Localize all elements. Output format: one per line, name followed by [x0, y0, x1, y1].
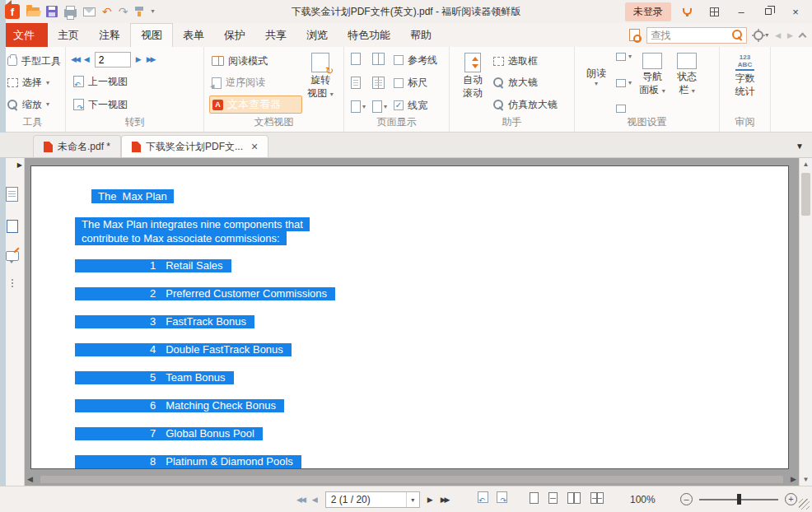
print-icon[interactable]: [64, 9, 77, 17]
save-icon[interactable]: [46, 6, 58, 17]
pages-panel-icon[interactable]: [7, 220, 18, 233]
ribbon-forward-button[interactable]: ▶: [787, 31, 793, 40]
scroll-right-icon[interactable]: ▶: [791, 476, 796, 483]
resize-grip[interactable]: [799, 499, 810, 510]
page-color-button[interactable]: ▾: [616, 53, 632, 61]
loupe-button[interactable]: 仿真放大镜: [491, 95, 560, 114]
tab-browse[interactable]: 浏览: [296, 23, 338, 47]
tab-share[interactable]: 共享: [255, 23, 296, 47]
panel-grip-handle[interactable]: [12, 279, 13, 281]
rulers-checkbox[interactable]: 标尺: [394, 75, 437, 91]
tab-help[interactable]: 帮助: [400, 23, 441, 47]
continuous-page-icon[interactable]: [548, 492, 558, 504]
continuous-facing-icon[interactable]: [590, 492, 604, 504]
auto-scroll-button[interactable]: 自动 滚动: [455, 50, 491, 115]
text-viewer-button[interactable]: 文本查看器: [209, 95, 302, 114]
vertical-scrollbar[interactable]: ▲ ▼: [799, 158, 812, 486]
read-aloud-button[interactable]: 朗读 ▾: [580, 50, 613, 115]
search-icon[interactable]: [732, 30, 743, 40]
select-button[interactable]: 选择 ▾: [5, 74, 63, 92]
theme-button[interactable]: [616, 105, 632, 113]
continuous-page-button[interactable]: [351, 77, 366, 89]
last-page-button[interactable]: ▶▶: [441, 496, 449, 504]
ribbon-back-button[interactable]: ◀: [775, 31, 781, 40]
facing-page-button[interactable]: [372, 53, 387, 65]
scroll-down-icon[interactable]: ▼: [800, 473, 812, 486]
search-document-icon[interactable]: [629, 29, 640, 41]
next-view-icon[interactable]: [497, 491, 507, 503]
settings-gear-button[interactable]: ▾: [754, 30, 768, 40]
zoom-slider[interactable]: [699, 493, 778, 505]
tab-protect[interactable]: 保护: [214, 23, 255, 47]
facing-page-icon[interactable]: [567, 492, 581, 504]
tab-form[interactable]: 表单: [173, 23, 214, 47]
customize-toolbar-caret-icon[interactable]: ▾: [151, 8, 154, 15]
bookmarks-panel-icon[interactable]: [6, 187, 18, 202]
previous-page-button[interactable]: ◀: [84, 56, 90, 63]
undo-icon[interactable]: ↶: [102, 6, 112, 17]
word-count-button[interactable]: 123 ABC 字数 统计: [727, 50, 763, 115]
page-number-input[interactable]: [95, 52, 131, 67]
tab-list-button[interactable]: ▼: [796, 142, 804, 151]
navigation-panels-button[interactable]: 导航 面板 ▾: [635, 50, 670, 115]
tab-features[interactable]: 特色功能: [338, 23, 400, 47]
previous-view-icon[interactable]: [478, 491, 488, 503]
reverse-reading-button[interactable]: 逆序阅读: [209, 74, 302, 92]
next-view-button[interactable]: 下一视图: [71, 95, 155, 114]
read-mode-button[interactable]: 阅读模式: [209, 52, 302, 70]
last-page-button[interactable]: ▶▶: [147, 56, 155, 63]
doc-tab-current[interactable]: 下载奖金计划PDF文... ×: [121, 135, 268, 157]
scroll-left-icon[interactable]: ◀: [27, 476, 33, 483]
page-number-combobox[interactable]: 2 (1 / 20) ▾: [325, 491, 420, 508]
email-icon[interactable]: [83, 7, 96, 16]
horizontal-scroll-thumb[interactable]: [40, 476, 783, 483]
doc-tab-untitled[interactable]: 未命名.pdf *: [33, 135, 121, 157]
next-page-button[interactable]: ▶: [427, 496, 433, 504]
tab-home[interactable]: 主页: [48, 23, 89, 47]
single-page-icon[interactable]: [530, 492, 539, 504]
hand-tool-button[interactable]: 手型工具: [5, 52, 63, 70]
status-bar-toggle-button[interactable]: 状态 栏 ▾: [670, 50, 704, 115]
previous-view-button[interactable]: 上一视图: [71, 72, 155, 91]
zoom-button[interactable]: 缩放 ▾: [5, 95, 63, 114]
guides-checkbox[interactable]: 参考线: [394, 52, 437, 68]
collapse-ribbon-icon[interactable]: [799, 32, 807, 40]
continuous-facing-button[interactable]: [372, 77, 387, 89]
line-weights-checkbox[interactable]: ✓ 线宽: [394, 97, 437, 114]
rewards-button[interactable]: [675, 2, 698, 21]
search-box[interactable]: [646, 27, 747, 44]
caret-down-icon[interactable]: ▾: [406, 492, 419, 507]
tab-file[interactable]: 文件: [0, 23, 48, 47]
zoom-in-button[interactable]: +: [785, 493, 797, 505]
split-view-button[interactable]: ▾: [351, 100, 366, 113]
first-page-button[interactable]: ◀◀: [296, 496, 305, 504]
previous-page-button[interactable]: ◀: [312, 496, 318, 504]
page-rotate-button[interactable]: ▾: [372, 100, 387, 113]
format-brush-icon[interactable]: [134, 7, 144, 16]
expand-panel-icon[interactable]: ▶: [17, 161, 22, 169]
search-input[interactable]: [651, 30, 729, 41]
horizontal-scrollbar[interactable]: ◀ ▶: [25, 473, 799, 486]
next-page-button[interactable]: ▶: [136, 56, 142, 63]
close-tab-button[interactable]: ×: [251, 141, 258, 152]
close-button[interactable]: ×: [784, 2, 807, 21]
zoom-out-button[interactable]: –: [680, 493, 693, 505]
comments-panel-icon[interactable]: [6, 251, 19, 261]
minimize-button[interactable]: –: [730, 2, 753, 21]
layout-switch-button[interactable]: [702, 2, 726, 21]
maximize-button[interactable]: [757, 2, 780, 21]
single-page-button[interactable]: [351, 53, 366, 65]
first-page-button[interactable]: ◀◀: [71, 56, 79, 63]
rotate-view-button[interactable]: ↻ 旋转 视图 ▾: [302, 50, 338, 115]
tab-view[interactable]: 视图: [130, 23, 173, 47]
background-button[interactable]: ▾: [616, 79, 632, 87]
open-file-icon[interactable]: [26, 7, 40, 16]
magnifier-button[interactable]: 放大镜: [491, 74, 560, 92]
tab-comment[interactable]: 注释: [89, 23, 130, 47]
scroll-up-icon[interactable]: ▲: [800, 158, 812, 170]
redo-icon[interactable]: ↷: [119, 6, 128, 17]
horizontal-scroll-track[interactable]: [35, 475, 788, 484]
login-button[interactable]: 未登录: [625, 2, 671, 21]
zoom-slider-handle[interactable]: [737, 494, 741, 505]
pdf-page[interactable]: The Max Plan The Max Plan integrates nin…: [30, 165, 789, 469]
